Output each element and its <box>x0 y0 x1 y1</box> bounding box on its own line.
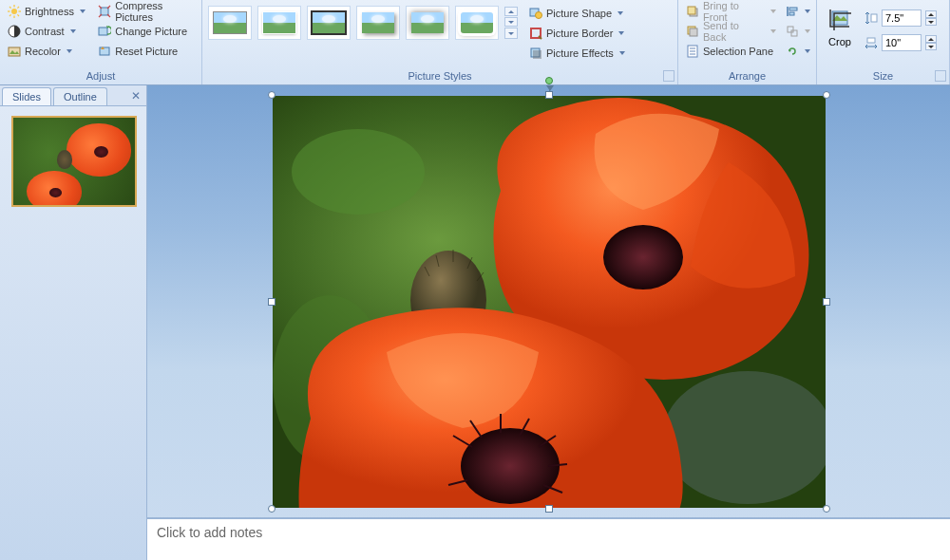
caret-icon <box>70 29 76 33</box>
handle-bottom-left[interactable] <box>268 505 276 513</box>
selected-picture[interactable] <box>273 96 826 508</box>
compress-pictures-button[interactable]: Compress Pictures <box>94 2 198 21</box>
reset-picture-button[interactable]: Reset Picture <box>94 42 198 61</box>
style-thumb-5[interactable] <box>406 6 449 40</box>
group-objects-button[interactable] <box>784 22 812 41</box>
crop-label: Crop <box>828 36 851 47</box>
caret-icon <box>805 29 810 33</box>
align-icon <box>786 5 799 18</box>
width-down[interactable] <box>925 43 937 50</box>
editor-area: Click to add notes <box>147 85 950 560</box>
bring-to-front-button[interactable]: Bring to Front <box>682 2 780 21</box>
handle-bottom-right[interactable] <box>823 505 830 513</box>
tab-slides[interactable]: Slides <box>2 87 51 105</box>
notes-pane[interactable]: Click to add notes <box>147 517 950 560</box>
send-back-icon <box>686 25 699 38</box>
gallery-scroll-up[interactable] <box>504 7 518 16</box>
svg-rect-12 <box>99 28 107 35</box>
height-up[interactable] <box>925 10 937 18</box>
caret-icon <box>805 9 810 13</box>
style-thumb-4[interactable] <box>356 6 400 40</box>
svg-point-48 <box>461 428 560 504</box>
picture-shape-label: Picture Shape <box>546 8 612 19</box>
svg-rect-20 <box>688 7 695 14</box>
group-picture-styles: Picture Shape Picture Border Picture Eff… <box>202 0 678 84</box>
caret-icon <box>619 51 625 55</box>
change-picture-button[interactable]: Change Picture <box>94 22 198 41</box>
style-thumb-1[interactable] <box>208 6 252 40</box>
picture-shape-icon <box>529 7 542 20</box>
reset-picture-label: Reset Picture <box>115 46 178 57</box>
handle-top[interactable] <box>545 91 553 99</box>
recolor-button[interactable]: Recolor <box>4 42 94 61</box>
handle-top-right[interactable] <box>823 91 830 99</box>
selection-pane-icon <box>686 45 699 58</box>
ribbon: Brightness Contrast Recolor <box>0 0 950 85</box>
group-styles-label: Picture Styles <box>206 68 674 84</box>
width-up[interactable] <box>925 35 937 43</box>
handle-left[interactable] <box>268 298 276 306</box>
canvas-area[interactable] <box>147 85 950 517</box>
gallery-scroll-down[interactable] <box>504 17 518 27</box>
slide-panel: Slides Outline ✕ 1 <box>0 85 147 560</box>
style-thumb-3[interactable] <box>307 6 351 40</box>
svg-point-15 <box>536 12 542 19</box>
style-thumb-6[interactable] <box>455 6 499 40</box>
bring-front-icon <box>686 5 699 18</box>
group-arrange: Bring to Front Send to Back Selection Pa… <box>678 0 817 84</box>
height-input[interactable] <box>882 9 922 27</box>
svg-rect-22 <box>690 28 697 36</box>
recolor-icon <box>8 45 21 58</box>
crop-icon <box>826 8 853 34</box>
svg-point-47 <box>603 225 683 289</box>
svg-point-38 <box>292 129 425 215</box>
style-thumb-2[interactable] <box>257 6 301 40</box>
width-spinner <box>925 35 937 50</box>
brightness-button[interactable]: Brightness <box>4 2 94 21</box>
tab-outline[interactable]: Outline <box>53 87 107 105</box>
caret-icon <box>770 9 776 13</box>
handle-bottom[interactable] <box>545 505 553 513</box>
picture-effects-button[interactable]: Picture Effects <box>525 44 629 63</box>
crop-button[interactable]: Crop <box>821 4 859 53</box>
send-back-label: Send to Back <box>703 20 765 43</box>
group-size-label: Size <box>821 68 945 84</box>
styles-gallery[interactable] <box>206 2 520 44</box>
align-button[interactable] <box>784 2 812 21</box>
thumbnail-area[interactable]: 1 <box>0 106 146 560</box>
group-size: Crop <box>817 0 950 84</box>
change-picture-icon <box>98 25 111 38</box>
group-adjust: Brightness Contrast Recolor <box>0 0 202 84</box>
caret-icon <box>618 31 624 35</box>
contrast-button[interactable]: Contrast <box>4 22 94 41</box>
picture-border-button[interactable]: Picture Border <box>525 24 629 43</box>
handle-top-left[interactable] <box>268 91 276 99</box>
workspace: Slides Outline ✕ 1 <box>0 85 950 560</box>
picture-shape-button[interactable]: Picture Shape <box>525 4 629 23</box>
caret-icon <box>80 9 86 13</box>
send-to-back-button[interactable]: Send to Back <box>682 22 780 41</box>
rotate-handle[interactable] <box>545 77 553 84</box>
rotate-icon <box>786 45 799 58</box>
rotate-button[interactable] <box>784 42 812 61</box>
slide-thumbnail-1[interactable] <box>11 116 137 207</box>
svg-rect-34 <box>871 14 877 22</box>
compress-icon <box>98 5 111 18</box>
caret-icon <box>618 11 623 15</box>
height-down[interactable] <box>925 18 937 26</box>
svg-rect-29 <box>789 12 794 15</box>
compress-label: Compress Pictures <box>115 0 194 23</box>
styles-dialog-launcher[interactable] <box>663 70 674 82</box>
svg-point-0 <box>11 9 17 14</box>
selection-pane-button[interactable]: Selection Pane <box>682 42 780 61</box>
brightness-icon <box>8 5 21 18</box>
size-dialog-launcher[interactable] <box>935 70 946 82</box>
contrast-icon <box>8 25 21 38</box>
handle-right[interactable] <box>823 298 830 306</box>
change-picture-label: Change Picture <box>115 26 187 37</box>
width-row <box>864 32 937 53</box>
caret-icon <box>805 49 810 53</box>
panel-close-button[interactable]: ✕ <box>131 89 141 103</box>
width-input[interactable] <box>882 34 922 51</box>
gallery-more[interactable] <box>504 28 518 39</box>
